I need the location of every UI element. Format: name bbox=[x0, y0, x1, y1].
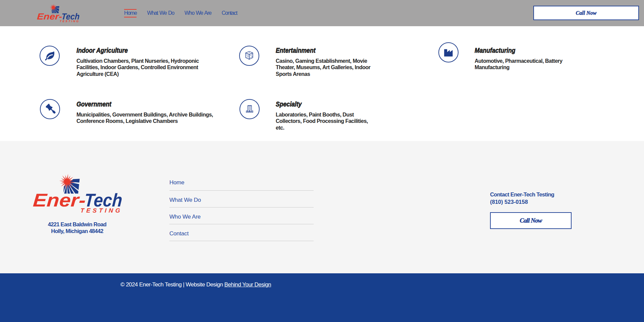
svg-text:Ener-: Ener- bbox=[37, 11, 63, 21]
svg-text:Ener-: Ener- bbox=[32, 190, 86, 211]
